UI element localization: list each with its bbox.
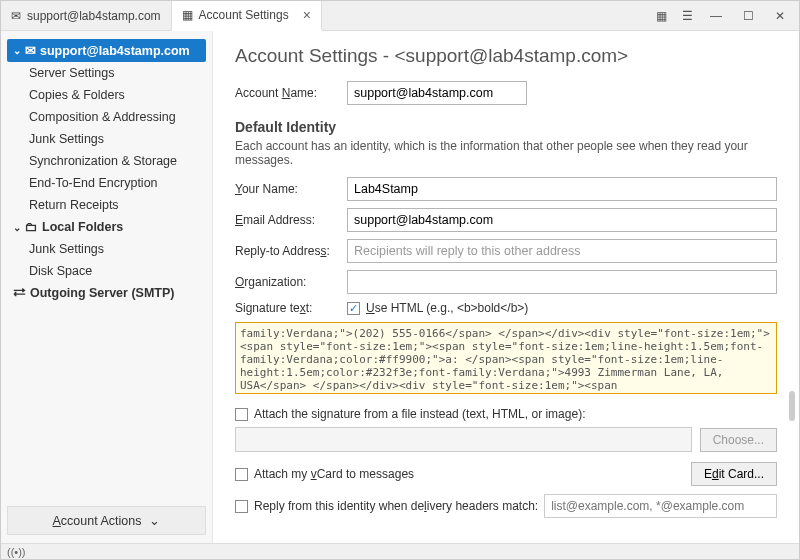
- window-controls: ▦ ☰ — ☐ ✕: [649, 1, 799, 30]
- sidebar-account-header[interactable]: ⌄ ✉ support@lab4stamp.com: [7, 39, 206, 62]
- attach-file-checkbox[interactable]: [235, 408, 248, 421]
- account-name-label: Account Name:: [235, 86, 339, 100]
- attach-file-label: Attach the signature from a file instead…: [254, 407, 586, 421]
- signature-file-input: [235, 427, 692, 452]
- use-html-checkbox[interactable]: [347, 302, 360, 315]
- sidebar-item-receipts[interactable]: Return Receipts: [7, 194, 206, 216]
- account-tree: ⌄ ✉ support@lab4stamp.com Server Setting…: [7, 39, 206, 506]
- reply-to-input[interactable]: [347, 239, 777, 263]
- mail-icon: ✉: [11, 9, 21, 23]
- chevron-down-icon: ⌄: [13, 45, 21, 56]
- account-actions-label: Account Actions: [53, 514, 142, 528]
- chevron-down-icon: ⌄: [13, 222, 21, 233]
- tab-mail-label: support@lab4stamp.com: [27, 9, 161, 23]
- reply-identity-input[interactable]: [544, 494, 777, 518]
- sidebar-item-composition[interactable]: Composition & Addressing: [7, 106, 206, 128]
- email-input[interactable]: [347, 208, 777, 232]
- reply-to-label: Reply-to Address:: [235, 244, 339, 258]
- sidebar-item-copies-folders[interactable]: Copies & Folders: [7, 84, 206, 106]
- signature-label: Signature text:: [235, 301, 339, 315]
- settings-pane-icon: ▦: [182, 8, 193, 22]
- statusbar: ((•)): [1, 543, 799, 559]
- sidebar: ⌄ ✉ support@lab4stamp.com Server Setting…: [1, 31, 213, 543]
- organization-label: Organization:: [235, 275, 339, 289]
- tab-mail[interactable]: ✉ support@lab4stamp.com: [1, 1, 172, 30]
- scrollbar-thumb[interactable]: [789, 391, 795, 421]
- titlebar: ✉ support@lab4stamp.com ▦ Account Settin…: [1, 1, 799, 31]
- sidebar-local-label: Local Folders: [42, 220, 123, 234]
- sidebar-item-local-junk[interactable]: Junk Settings: [7, 238, 206, 260]
- sidebar-item-sync[interactable]: Synchronization & Storage: [7, 150, 206, 172]
- email-label: Email Address:: [235, 213, 339, 227]
- page-title: Account Settings - <support@lab4stamp.co…: [235, 45, 777, 67]
- sidebar-item-junk[interactable]: Junk Settings: [7, 128, 206, 150]
- sidebar-account-label: support@lab4stamp.com: [40, 44, 190, 58]
- sidebar-local-folders[interactable]: ⌄ 🗀 Local Folders: [7, 216, 206, 238]
- your-name-input[interactable]: [347, 177, 777, 201]
- account-name-input[interactable]: [347, 81, 527, 105]
- organization-input[interactable]: [347, 270, 777, 294]
- maximize-button[interactable]: ☐: [733, 2, 763, 30]
- your-name-label: Your Name:: [235, 182, 339, 196]
- tab-settings[interactable]: ▦ Account Settings ×: [172, 1, 322, 31]
- calendar-icon[interactable]: ▦: [649, 4, 673, 28]
- use-html-label: Use HTML (e.g., <b>bold</b>): [366, 301, 528, 315]
- reply-identity-checkbox[interactable]: [235, 500, 248, 513]
- sidebar-outgoing-server[interactable]: ⮂ Outgoing Server (SMTP): [7, 282, 206, 304]
- close-button[interactable]: ✕: [765, 2, 795, 30]
- close-icon[interactable]: ×: [303, 7, 311, 23]
- smtp-icon: ⮂: [13, 286, 26, 300]
- attach-vcard-label: Attach my vCard to messages: [254, 467, 414, 481]
- reply-identity-label: Reply from this identity when delivery h…: [254, 499, 538, 513]
- account-actions-button[interactable]: Account Actions ⌄: [7, 506, 206, 535]
- folder-icon: 🗀: [25, 220, 38, 234]
- sidebar-item-server-settings[interactable]: Server Settings: [7, 62, 206, 84]
- tab-settings-label: Account Settings: [199, 8, 289, 22]
- sidebar-item-e2e[interactable]: End-To-End Encryption: [7, 172, 206, 194]
- content-area: Account Settings - <support@lab4stamp.co…: [213, 31, 799, 543]
- mail-icon: ✉: [25, 43, 36, 58]
- choose-button[interactable]: Choose...: [700, 428, 777, 452]
- edit-card-button[interactable]: Edit Card...: [691, 462, 777, 486]
- sidebar-outgoing-label: Outgoing Server (SMTP): [30, 286, 174, 300]
- chevron-down-icon: ⌄: [149, 513, 160, 528]
- identity-description: Each account has an identity, which is t…: [235, 139, 777, 167]
- signature-textarea[interactable]: family:Verdana;">(202) 555-0166</span> <…: [235, 322, 777, 394]
- attach-vcard-checkbox[interactable]: [235, 468, 248, 481]
- minimize-button[interactable]: —: [701, 2, 731, 30]
- sidebar-item-disk-space[interactable]: Disk Space: [7, 260, 206, 282]
- tasks-icon[interactable]: ☰: [675, 4, 699, 28]
- connection-icon: ((•)): [7, 546, 26, 558]
- default-identity-heading: Default Identity: [235, 119, 777, 135]
